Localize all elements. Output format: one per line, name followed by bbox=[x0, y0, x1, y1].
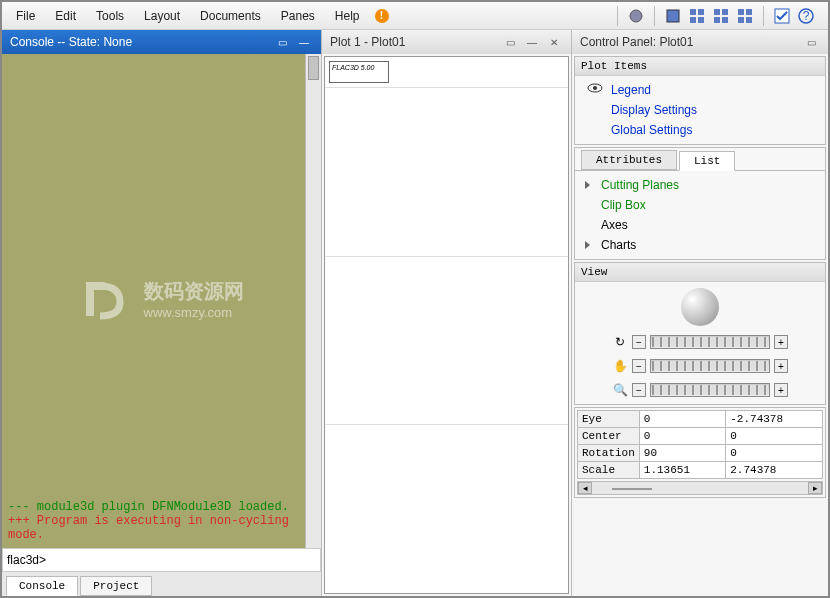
svg-rect-10 bbox=[738, 9, 744, 15]
zoom-slider-row: 🔍 − + bbox=[581, 382, 819, 398]
svg-rect-2 bbox=[690, 9, 696, 15]
console-minimize-icon[interactable]: — bbox=[295, 35, 313, 49]
globe-icon[interactable] bbox=[626, 6, 646, 26]
pan-slider[interactable] bbox=[650, 359, 770, 373]
table-row: Scale 1.13651 2.74378 bbox=[578, 462, 823, 479]
coord-rotation-a[interactable]: 90 bbox=[639, 445, 725, 462]
hscroll-left-icon[interactable]: ◂ bbox=[578, 482, 592, 494]
menu-help[interactable]: Help bbox=[325, 5, 370, 27]
coord-key: Center bbox=[578, 428, 640, 445]
svg-rect-8 bbox=[714, 17, 720, 23]
svg-rect-17 bbox=[86, 282, 106, 290]
alert-icon[interactable]: ! bbox=[373, 7, 391, 25]
rotate-slider-row: ↻ − + bbox=[581, 334, 819, 350]
list-item-cutting-planes[interactable]: Cutting Planes bbox=[583, 175, 817, 195]
control-restore-icon[interactable]: ▭ bbox=[802, 35, 820, 49]
check-icon[interactable] bbox=[772, 6, 792, 26]
svg-rect-9 bbox=[722, 17, 728, 23]
coord-eye-b[interactable]: -2.74378 bbox=[726, 411, 823, 428]
table-row: Eye 0 -2.74378 bbox=[578, 411, 823, 428]
console-input[interactable] bbox=[46, 553, 316, 567]
grid-icon-2[interactable] bbox=[711, 6, 731, 26]
rotate-slider[interactable] bbox=[650, 335, 770, 349]
grid-icon-1[interactable] bbox=[687, 6, 707, 26]
svg-rect-3 bbox=[698, 9, 704, 15]
console-titlebar[interactable]: Console -- State: None ▭ — bbox=[2, 30, 321, 54]
watermark: 数码资源网www.smzy.com bbox=[2, 276, 321, 322]
view-orbit-sphere[interactable] bbox=[681, 288, 719, 326]
pan-minus-button[interactable]: − bbox=[632, 359, 646, 373]
plot-item-global-settings[interactable]: Global Settings bbox=[583, 120, 817, 140]
zoom-slider[interactable] bbox=[650, 383, 770, 397]
coord-hscroll[interactable]: ◂ ▸ bbox=[577, 481, 823, 495]
svg-rect-1 bbox=[667, 10, 679, 22]
list-item-clip-box[interactable]: Clip Box bbox=[583, 195, 817, 215]
coord-key: Eye bbox=[578, 411, 640, 428]
grid-icon-3[interactable] bbox=[735, 6, 755, 26]
plot-minimize-icon[interactable]: — bbox=[523, 35, 541, 49]
console-vscroll[interactable] bbox=[305, 54, 321, 548]
menu-documents[interactable]: Documents bbox=[190, 5, 271, 27]
plot-close-icon[interactable]: ✕ bbox=[545, 35, 563, 49]
rotate-plus-button[interactable]: + bbox=[774, 335, 788, 349]
coord-key: Rotation bbox=[578, 445, 640, 462]
menu-tools[interactable]: Tools bbox=[86, 5, 134, 27]
zoom-icon: 🔍 bbox=[612, 382, 628, 398]
menu-file[interactable]: File bbox=[6, 5, 45, 27]
table-row: Rotation 90 0 bbox=[578, 445, 823, 462]
console-line-1: --- module3d plugin DFNModule3D loaded. bbox=[8, 500, 299, 514]
coord-rotation-b[interactable]: 0 bbox=[726, 445, 823, 462]
svg-point-20 bbox=[593, 86, 597, 90]
coord-scale-a[interactable]: 1.13651 bbox=[639, 462, 725, 479]
console-restore-icon[interactable]: ▭ bbox=[273, 35, 291, 49]
svg-rect-6 bbox=[714, 9, 720, 15]
coord-eye-a[interactable]: 0 bbox=[639, 411, 725, 428]
eye-icon bbox=[587, 82, 603, 94]
sheet-icon[interactable] bbox=[663, 6, 683, 26]
list-item-axes[interactable]: Axes bbox=[583, 215, 817, 235]
plot-restore-icon[interactable]: ▭ bbox=[501, 35, 519, 49]
help-icon[interactable]: ? bbox=[796, 6, 816, 26]
menu-edit[interactable]: Edit bbox=[45, 5, 86, 27]
svg-rect-7 bbox=[722, 9, 728, 15]
control-title-text: Control Panel: Plot01 bbox=[580, 35, 693, 49]
svg-rect-13 bbox=[746, 17, 752, 23]
svg-text:?: ? bbox=[803, 9, 810, 23]
attribute-list-group: Attributes List Cutting Planes Clip Box … bbox=[574, 147, 826, 260]
plot-item-legend[interactable]: Legend bbox=[583, 80, 817, 100]
console-bottom-tabs: Console Project bbox=[2, 572, 321, 596]
tab-attributes[interactable]: Attributes bbox=[581, 150, 677, 170]
menu-layout[interactable]: Layout bbox=[134, 5, 190, 27]
coord-center-a[interactable]: 0 bbox=[639, 428, 725, 445]
tab-project[interactable]: Project bbox=[80, 576, 152, 596]
hscroll-right-icon[interactable]: ▸ bbox=[808, 482, 822, 494]
rotate-minus-button[interactable]: − bbox=[632, 335, 646, 349]
pan-plus-button[interactable]: + bbox=[774, 359, 788, 373]
svg-point-0 bbox=[630, 10, 642, 22]
plot-items-header: Plot Items bbox=[575, 57, 825, 76]
zoom-plus-button[interactable]: + bbox=[774, 383, 788, 397]
plot-canvas[interactable]: FLAC3D 5.00 bbox=[324, 56, 569, 594]
console-input-row: flac3d> bbox=[2, 548, 321, 572]
console-title-text: Console -- State: None bbox=[10, 35, 132, 49]
zoom-minus-button[interactable]: − bbox=[632, 383, 646, 397]
svg-rect-12 bbox=[738, 17, 744, 23]
coord-center-b[interactable]: 0 bbox=[726, 428, 823, 445]
tab-list[interactable]: List bbox=[679, 151, 735, 171]
console-panel: Console -- State: None ▭ — 数码资源网www.smzy… bbox=[2, 30, 322, 596]
plot-titlebar[interactable]: Plot 1 - Plot01 ▭ — ✕ bbox=[322, 30, 571, 54]
expand-icon[interactable] bbox=[585, 241, 590, 249]
plot-item-display-settings[interactable]: Display Settings bbox=[583, 100, 817, 120]
list-item-charts[interactable]: Charts bbox=[583, 235, 817, 255]
pan-icon: ✋ bbox=[612, 358, 628, 374]
console-line-2: +++ Program is executing in non-cycling … bbox=[8, 514, 299, 542]
tab-console[interactable]: Console bbox=[6, 576, 78, 596]
expand-icon[interactable] bbox=[585, 181, 590, 189]
coord-scale-b[interactable]: 2.74378 bbox=[726, 462, 823, 479]
control-titlebar[interactable]: Control Panel: Plot01 ▭ bbox=[572, 30, 828, 54]
plot-legend-chip: FLAC3D 5.00 bbox=[329, 61, 389, 83]
svg-rect-4 bbox=[690, 17, 696, 23]
console-output: 数码资源网www.smzy.com --- module3d plugin DF… bbox=[2, 54, 321, 548]
attr-tabs: Attributes List bbox=[575, 148, 825, 170]
menu-panes[interactable]: Panes bbox=[271, 5, 325, 27]
